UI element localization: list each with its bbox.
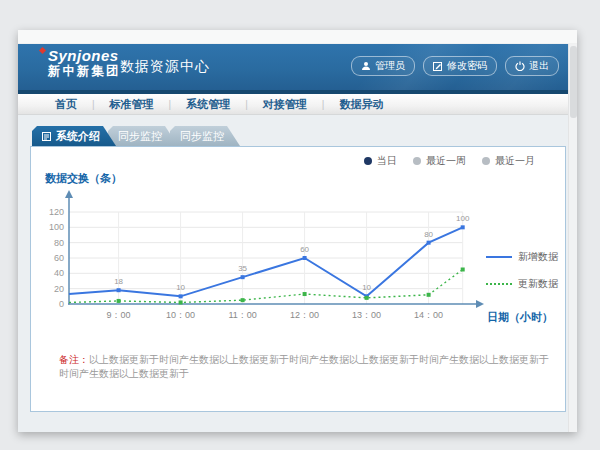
nav-item-system-mgmt[interactable]: 系统管理 [171, 97, 245, 112]
svg-text:11：00: 11：00 [228, 310, 256, 320]
window-top-strip [18, 30, 577, 44]
svg-text:10：00: 10：00 [166, 310, 195, 320]
radio-today-label: 当日 [377, 154, 397, 168]
svg-text:18: 18 [114, 277, 123, 286]
data-point [461, 268, 465, 272]
data-point [241, 298, 245, 302]
svg-text:13：00: 13：00 [352, 310, 381, 320]
svg-text:12：00: 12：00 [290, 310, 319, 320]
data-point [461, 225, 465, 229]
legend-item-new-data: 新增数据 [486, 250, 558, 264]
svg-text:9：00: 9：00 [107, 310, 131, 320]
radio-dot-icon [482, 157, 490, 165]
solid-line-icon [486, 256, 512, 258]
radio-today[interactable]: 当日 [364, 154, 397, 168]
x-axis-title: 日期（小时） [487, 310, 553, 325]
nav-item-data-change[interactable]: 数据异动 [324, 97, 398, 112]
logo-star-icon [39, 47, 46, 54]
radio-last-month-label: 最近一月 [495, 154, 535, 168]
svg-text:100: 100 [456, 214, 470, 223]
chart-panel: 当日 最近一周 最近一月 数据交换（条） 0204060801001209：00… [30, 146, 566, 412]
data-point [427, 241, 431, 245]
logo-subtext: 新中新集团 [48, 65, 121, 79]
data-point [427, 293, 431, 297]
page-title: 数据资源中心 [120, 58, 210, 76]
tab-sync-monitor-2[interactable]: 同步监控 [170, 126, 240, 146]
footnote: 备注：以上数据更新于时间产生数据以上数据更新于时间产生数据以上数据更新于时间产生… [59, 353, 555, 381]
data-point [179, 294, 183, 298]
svg-text:20: 20 [54, 284, 64, 294]
svg-text:40: 40 [54, 268, 64, 278]
user-toolbar: 管理员 修改密码 退出 [351, 56, 559, 76]
svg-text:100: 100 [49, 222, 64, 232]
radio-dot-icon [364, 157, 372, 165]
data-point [365, 296, 369, 300]
svg-text:14：00: 14：00 [414, 310, 443, 320]
tab-label: 同步监控 [118, 129, 162, 144]
tab-label: 同步监控 [180, 129, 224, 144]
power-icon [515, 61, 525, 71]
tab-sync-monitor-1[interactable]: 同步监控 [108, 126, 178, 146]
edit-icon [433, 61, 443, 71]
svg-text:0: 0 [59, 299, 64, 309]
nav-item-home[interactable]: 首页 [40, 97, 92, 112]
line-chart: 0204060801001209：0010：0011：0012：0013：001… [31, 169, 501, 329]
radio-last-month[interactable]: 最近一月 [482, 154, 535, 168]
data-point [303, 292, 307, 296]
svg-text:10: 10 [362, 283, 371, 292]
scrollbar-thumb[interactable] [570, 46, 577, 118]
brand-logo: Synjones 新中新集团 [48, 48, 121, 78]
data-point [241, 275, 245, 279]
logout-label: 退出 [529, 59, 549, 73]
radio-last-week-label: 最近一周 [426, 154, 466, 168]
chart-legend: 新增数据 更新数据 [486, 250, 558, 291]
legend-item-update-data: 更新数据 [486, 277, 558, 291]
nav-item-interface-mgmt[interactable]: 对接管理 [248, 97, 322, 112]
svg-text:80: 80 [54, 238, 64, 248]
svg-text:80: 80 [424, 230, 433, 239]
data-point [179, 300, 183, 304]
change-password-button[interactable]: 修改密码 [423, 56, 497, 76]
range-filter-group: 当日 最近一周 最近一月 [364, 154, 535, 168]
radio-last-week[interactable]: 最近一周 [413, 154, 466, 168]
data-point [303, 256, 307, 260]
content-area: 系统介绍 同步监控 同步监控 当日 最近一周 [18, 115, 577, 432]
user-icon [361, 61, 371, 71]
app-header: Synjones 新中新集团 数据资源中心 管理员 修改密码 退出 [18, 44, 577, 90]
svg-text:35: 35 [238, 264, 247, 273]
svg-text:60: 60 [300, 245, 309, 254]
series-line [69, 270, 463, 303]
footnote-body: 以上数据更新于时间产生数据以上数据更新于时间产生数据以上数据更新于时间产生数据以… [59, 354, 549, 379]
data-point [117, 288, 121, 292]
tab-bar: 系统介绍 同步监控 同步监控 [32, 126, 232, 146]
footnote-prefix: 备注： [59, 354, 89, 365]
tab-label: 系统介绍 [56, 129, 100, 144]
main-nav: 首页| 标准管理| 系统管理| 对接管理| 数据异动 [18, 94, 577, 115]
admin-user-label: 管理员 [375, 59, 405, 73]
svg-text:60: 60 [54, 253, 64, 263]
dotted-line-icon [486, 283, 512, 285]
tab-system-intro[interactable]: 系统介绍 [32, 126, 116, 146]
svg-text:10: 10 [176, 283, 185, 292]
document-icon [42, 132, 51, 141]
radio-dot-icon [413, 157, 421, 165]
admin-user-button[interactable]: 管理员 [351, 56, 415, 76]
data-point [117, 299, 121, 303]
legend-label: 更新数据 [518, 277, 558, 291]
series-line [69, 227, 463, 296]
change-password-label: 修改密码 [447, 59, 487, 73]
logo-text: Synjones [48, 48, 121, 65]
scrollbar-track[interactable] [568, 44, 577, 432]
nav-item-standard-mgmt[interactable]: 标准管理 [95, 97, 169, 112]
legend-label: 新增数据 [518, 250, 558, 264]
svg-text:120: 120 [49, 207, 64, 217]
main-window: Synjones 新中新集团 数据资源中心 管理员 修改密码 退出 首页| 标准… [18, 30, 577, 432]
logout-button[interactable]: 退出 [505, 56, 559, 76]
